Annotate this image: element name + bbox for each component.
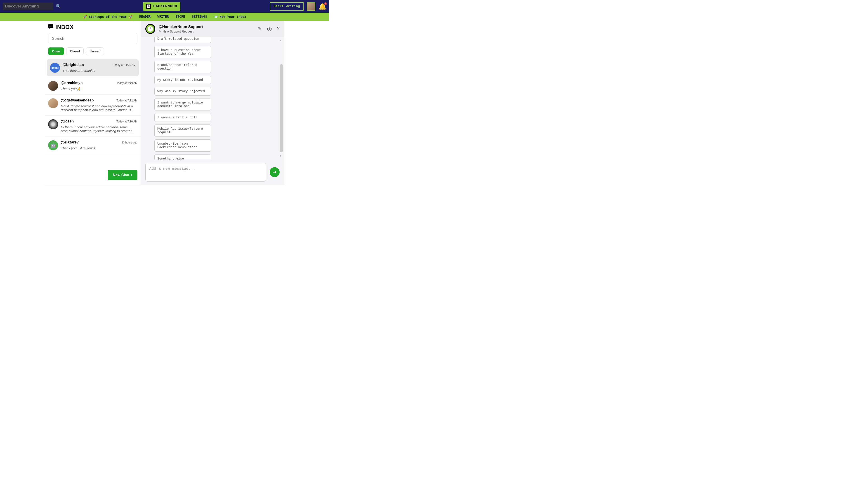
filter-closed[interactable]: Closed [66, 47, 84, 55]
main-content: INBOX Open Closed Unread bright @brightd… [0, 21, 329, 185]
thread-time: 13 hours ago [122, 141, 137, 144]
thread-item[interactable]: bright @brightdataToday at 11:26 AM Yes,… [47, 59, 139, 76]
chat-panel: @HanckerNoon Support ✎New Support Reques… [141, 21, 284, 185]
nav-inbox[interactable]: 📨 NEW Your Inbox [214, 15, 246, 19]
chat-subtitle: ✎New Support Request [158, 30, 255, 33]
support-option[interactable]: I have a question about Startups of the … [154, 46, 211, 58]
thread-time: Today at 7:32 AM [116, 99, 137, 102]
clock-icon [146, 4, 151, 9]
thread-avatar [48, 81, 58, 91]
support-avatar-icon [145, 24, 155, 34]
search-icon[interactable]: 🔍 [56, 4, 61, 9]
nav-settings[interactable]: SETTINGS [192, 15, 207, 19]
start-writing-button[interactable]: Start Writing [270, 2, 304, 11]
compose-icon[interactable]: ✎ [258, 26, 262, 32]
send-button[interactable]: ➜ [270, 167, 280, 177]
filter-unread[interactable]: Unread [86, 47, 104, 55]
thread-handle: @brightdata [63, 63, 84, 67]
thread-handle: @drechimyn [61, 81, 83, 85]
help-icon[interactable]: ? [277, 26, 280, 32]
thread-time: Today at 7:16 AM [116, 120, 137, 123]
chat-icon [48, 24, 53, 30]
brand-logo[interactable]: HACKERNOON [143, 2, 180, 11]
svg-point-2 [49, 26, 50, 26]
chat-title: @HanckerNoon Support [158, 25, 255, 29]
svg-marker-1 [49, 28, 51, 29]
brand-text: HACKERNOON [153, 4, 177, 8]
top-right-actions: Start Writing 🔔1 [270, 2, 327, 11]
scrollbar-thumb[interactable] [280, 64, 283, 152]
info-icon[interactable]: ⓘ [267, 26, 272, 32]
thread-handle: @elazarev [61, 140, 79, 144]
inbox-panel: INBOX Open Closed Unread bright @brightd… [45, 21, 141, 185]
svg-point-3 [51, 26, 51, 26]
notification-badge: 1 [324, 2, 327, 5]
nav-reader[interactable]: READER [139, 15, 151, 19]
notifications-bell-icon[interactable]: 🔔1 [318, 3, 327, 10]
inbox-search [48, 33, 137, 44]
support-option[interactable]: Unsubscribe from HackerNoon Newsletter [154, 139, 211, 152]
nav-writer[interactable]: WRITER [157, 15, 168, 19]
thread-item[interactable]: @ogetysaisandeepToday at 7:32 AM Got it,… [45, 95, 141, 116]
scroll-down-icon[interactable]: ▼ [280, 155, 282, 157]
filter-open[interactable]: Open [48, 47, 64, 55]
support-option[interactable]: I want to merge multiple accounts into o… [154, 98, 211, 110]
user-avatar[interactable] [307, 2, 315, 11]
thread-time: Today at 9:49 AM [116, 82, 137, 85]
thread-time: Today at 11:26 AM [113, 64, 135, 67]
top-navbar: 🔍 HACKERNOON Start Writing 🔔1 [0, 0, 329, 13]
thread-item[interactable]: @drechimynToday at 9:49 AM Thank you🙏 [45, 77, 141, 95]
new-chat-button[interactable]: New Chat + [108, 170, 137, 180]
thread-avatar: bright [50, 63, 60, 73]
thread-list: bright @brightdataToday at 11:26 AM Yes,… [45, 58, 141, 182]
thread-preview: Thank you🙏 [61, 87, 137, 91]
support-option[interactable]: Why was my story rejected [154, 87, 211, 96]
thread-preview: Thank you, i ll review it [61, 146, 137, 150]
sub-navbar: 🚀 Startups of the Year 🚀 READER WRITER S… [0, 13, 329, 21]
support-option[interactable]: Draft related question [154, 37, 211, 43]
thread-preview: Yes, they are, thanks! [63, 69, 135, 72]
compose-row: ➜ [141, 160, 284, 185]
thread-preview: Hi there, I noticed your article contain… [61, 125, 137, 133]
thread-avatar: 🤖 [48, 140, 58, 150]
support-option[interactable]: Brand/sponsor relared question [154, 61, 211, 73]
inbox-header: INBOX [45, 24, 141, 33]
thread-item[interactable]: @josehToday at 7:16 AM Hi there, I notic… [45, 116, 141, 137]
thread-item[interactable]: 🤖 @elazarev13 hours ago Thank you, i ll … [45, 137, 141, 154]
support-option[interactable]: I wanna submit a poll [154, 113, 211, 122]
scroll-up-icon[interactable]: ▲ [280, 39, 282, 42]
edit-icon: ✎ [158, 30, 161, 33]
global-search[interactable]: 🔍 [3, 2, 53, 10]
support-option[interactable]: Mobile App issue/feature request [154, 125, 211, 137]
global-search-input[interactable] [5, 4, 55, 8]
thread-preview: Got it, let me rewrite it and add my tho… [61, 104, 137, 112]
thread-handle: @ogetysaisandeep [61, 98, 94, 102]
svg-point-4 [52, 26, 52, 26]
inbox-title: INBOX [55, 24, 74, 30]
inbox-search-input[interactable] [48, 33, 137, 44]
filter-row: Open Closed Unread [45, 47, 141, 58]
thread-avatar [48, 98, 58, 108]
support-option[interactable]: My Story is not reviewed [154, 76, 211, 84]
nav-store[interactable]: STORE [176, 15, 185, 19]
chat-body: Draft related question I have a question… [141, 37, 284, 160]
message-input[interactable] [145, 163, 266, 182]
support-option[interactable]: Something else [154, 154, 211, 160]
chat-header: @HanckerNoon Support ✎New Support Reques… [141, 21, 284, 37]
thread-avatar [48, 119, 58, 129]
nav-startups[interactable]: 🚀 Startups of the Year 🚀 [83, 15, 132, 19]
arrow-right-icon: ➜ [273, 169, 277, 175]
thread-handle: @joseh [61, 119, 74, 123]
